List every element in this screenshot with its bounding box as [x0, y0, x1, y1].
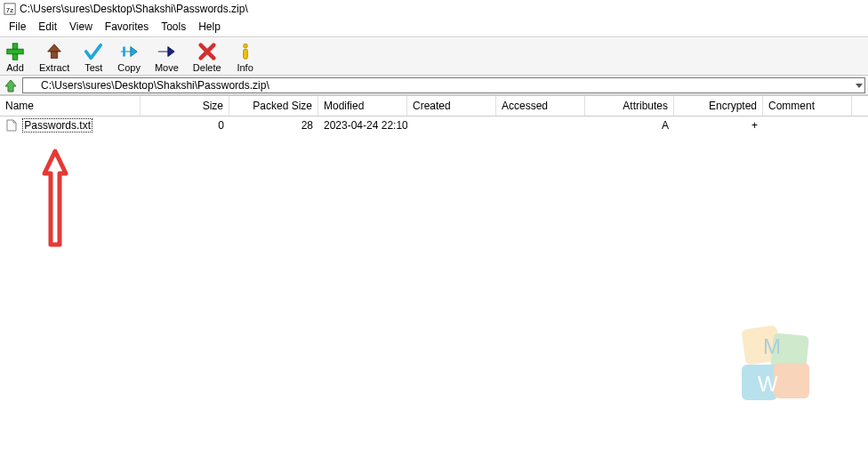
- add-label: Add: [6, 62, 24, 73]
- annotation-arrow: [37, 147, 73, 253]
- svg-rect-7: [741, 325, 781, 366]
- svg-rect-9: [742, 365, 777, 400]
- move-icon: [157, 42, 176, 61]
- file-name: Passwords.txt: [22, 118, 92, 133]
- svg-text:W: W: [758, 372, 778, 396]
- test-label: Test: [84, 62, 102, 73]
- watermark-logo: M W: [735, 325, 815, 406]
- test-icon: [84, 42, 103, 61]
- menubar: File Edit View Favorites Tools Help: [0, 18, 868, 36]
- svg-text:M: M: [763, 334, 781, 358]
- copy-button[interactable]: Copy: [116, 42, 142, 73]
- svg-text:7z: 7z: [6, 6, 13, 14]
- move-button[interactable]: Move: [153, 42, 181, 73]
- address-input[interactable]: [22, 77, 865, 93]
- menu-edit[interactable]: Edit: [33, 19, 62, 35]
- file-attributes: A: [585, 118, 674, 133]
- test-button[interactable]: Test: [82, 42, 105, 73]
- menu-view[interactable]: View: [64, 19, 98, 35]
- svg-point-5: [243, 44, 247, 48]
- addressbar: [0, 76, 868, 95]
- delete-button[interactable]: Delete: [191, 42, 223, 73]
- column-headers: Name Size Packed Size Modified Created A…: [0, 95, 868, 117]
- info-label: Info: [237, 62, 253, 73]
- menu-help[interactable]: Help: [193, 19, 226, 35]
- header-modified[interactable]: Modified: [318, 96, 407, 116]
- extract-icon: [44, 42, 64, 61]
- file-created: [407, 125, 496, 126]
- delete-label: Delete: [193, 62, 221, 73]
- table-row[interactable]: Passwords.txt 0 28 2023-04-24 22:10 A +: [0, 117, 868, 133]
- extract-button[interactable]: Extract: [37, 42, 71, 73]
- header-name[interactable]: Name: [0, 96, 141, 116]
- file-icon: [5, 119, 18, 132]
- header-accessed[interactable]: Accessed: [496, 96, 585, 116]
- header-encrypted[interactable]: Encrypted: [674, 96, 763, 116]
- header-comment[interactable]: Comment: [763, 96, 852, 116]
- info-button[interactable]: Info: [234, 42, 257, 73]
- file-accessed: [496, 125, 585, 126]
- file-encrypted: +: [674, 118, 763, 133]
- svg-rect-10: [774, 363, 809, 398]
- file-comment: [763, 125, 852, 126]
- header-packed-size[interactable]: Packed Size: [229, 96, 318, 116]
- delete-icon: [197, 42, 217, 61]
- menu-file[interactable]: File: [4, 19, 31, 35]
- menu-favorites[interactable]: Favorites: [100, 19, 154, 35]
- svg-rect-6: [243, 49, 247, 59]
- svg-rect-3: [7, 49, 23, 54]
- header-created[interactable]: Created: [407, 96, 496, 116]
- extract-label: Extract: [39, 62, 69, 73]
- file-modified: 2023-04-24 22:10: [318, 118, 407, 133]
- add-button[interactable]: Add: [4, 42, 27, 73]
- file-size: 0: [141, 118, 229, 133]
- header-attributes[interactable]: Attributes: [585, 96, 674, 116]
- window-title: C:\Users\sures\Desktop\Shakshi\Passwords…: [20, 3, 248, 15]
- copy-label: Copy: [117, 62, 141, 73]
- address-dropdown-icon[interactable]: [855, 81, 864, 90]
- add-icon: [5, 42, 25, 61]
- copy-icon: [119, 42, 139, 61]
- file-packed-size: 28: [229, 118, 318, 133]
- titlebar: 7z C:\Users\sures\Desktop\Shakshi\Passwo…: [0, 0, 868, 18]
- menu-tools[interactable]: Tools: [156, 19, 191, 35]
- move-label: Move: [155, 62, 179, 73]
- svg-rect-4: [51, 52, 57, 58]
- up-icon[interactable]: [3, 77, 19, 93]
- svg-rect-8: [770, 333, 809, 372]
- toolbar: Add Extract Test Copy: [0, 38, 868, 76]
- info-icon: [236, 42, 255, 61]
- header-size[interactable]: Size: [141, 96, 229, 116]
- app-icon: 7z: [4, 3, 16, 15]
